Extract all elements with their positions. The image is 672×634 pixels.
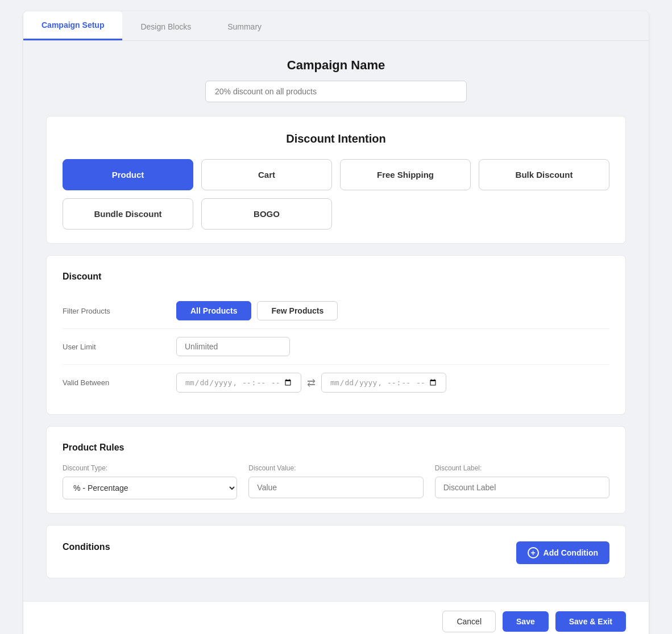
filter-btn-few-products[interactable]: Few Products [257, 301, 338, 320]
footer-bar: Cancel Save Save & Exit [23, 601, 649, 634]
intention-btn-bulk-discount[interactable]: Bulk Discount [479, 159, 609, 190]
user-limit-input[interactable] [176, 337, 290, 356]
discount-type-label: Discount Type: [63, 464, 237, 472]
add-condition-label: Add Condition [544, 548, 598, 557]
main-container: Campaign Setup Design Blocks Summary Cam… [23, 11, 649, 634]
campaign-name-input[interactable] [205, 81, 467, 102]
discount-card: Discount Filter Products All Products Fe… [46, 255, 626, 415]
product-rules-grid: Discount Type: % - Percentage$ - Fixed A… [63, 464, 609, 499]
cancel-button[interactable]: Cancel [442, 611, 496, 632]
discount-section-title: Discount [63, 272, 609, 282]
intention-btn-free-shipping[interactable]: Free Shipping [340, 159, 471, 190]
filter-buttons: All Products Few Products [176, 301, 338, 320]
date-separator-icon: ⇄ [307, 377, 316, 389]
filter-products-row: Filter Products All Products Few Product… [63, 293, 609, 329]
conditions-card: Conditions + Add Condition [46, 525, 626, 578]
discount-value-input[interactable] [248, 477, 423, 498]
discount-type-select[interactable]: % - Percentage$ - Fixed Amount [63, 477, 237, 499]
save-button[interactable]: Save [503, 611, 549, 632]
product-rules-card: Product Rules Discount Type: % - Percent… [46, 426, 626, 514]
plus-circle-icon: + [528, 547, 539, 558]
discount-intention-row2: Bundle Discount BOGO [63, 198, 609, 230]
discount-label-label: Discount Label: [435, 464, 609, 472]
discount-intention-row1: Product Cart Free Shipping Bulk Discount [63, 159, 609, 190]
product-rules-title: Product Rules [63, 443, 609, 453]
date-start-input[interactable] [176, 373, 301, 393]
campaign-name-title: Campaign Name [46, 58, 626, 73]
tab-summary[interactable]: Summary [209, 13, 280, 40]
intention-btn-bundle-discount[interactable]: Bundle Discount [63, 198, 193, 230]
intention-btn-cart[interactable]: Cart [201, 159, 332, 190]
filter-products-label: Filter Products [63, 307, 176, 315]
valid-between-row: Valid Between ⇄ [63, 365, 609, 401]
content-area: Campaign Name Discount Intention Product… [23, 41, 649, 601]
discount-intention-title: Discount Intention [63, 132, 609, 145]
filter-btn-all-products[interactable]: All Products [176, 301, 251, 320]
user-limit-row: User Limit [63, 329, 609, 365]
discount-label-field: Discount Label: [435, 464, 609, 499]
add-condition-button[interactable]: + Add Condition [516, 541, 609, 564]
tab-campaign-setup[interactable]: Campaign Setup [23, 11, 122, 40]
save-exit-button[interactable]: Save & Exit [555, 611, 626, 632]
intention-btn-product[interactable]: Product [63, 159, 193, 190]
user-limit-label: User Limit [63, 343, 176, 351]
conditions-title: Conditions [63, 542, 110, 552]
tab-design-blocks[interactable]: Design Blocks [122, 13, 209, 40]
valid-between-label: Valid Between [63, 378, 176, 387]
discount-type-field: Discount Type: % - Percentage$ - Fixed A… [63, 464, 237, 499]
campaign-name-section: Campaign Name [46, 58, 626, 102]
discount-label-input[interactable] [435, 477, 609, 498]
conditions-header: Conditions + Add Condition [63, 541, 609, 564]
intention-btn-bogo[interactable]: BOGO [201, 198, 332, 230]
date-end-input[interactable] [321, 373, 446, 393]
discount-value-field: Discount Value: [248, 464, 423, 499]
discount-value-label: Discount Value: [248, 464, 423, 472]
discount-intention-card: Discount Intention Product Cart Free Shi… [46, 116, 626, 244]
tabs-bar: Campaign Setup Design Blocks Summary [23, 11, 649, 41]
